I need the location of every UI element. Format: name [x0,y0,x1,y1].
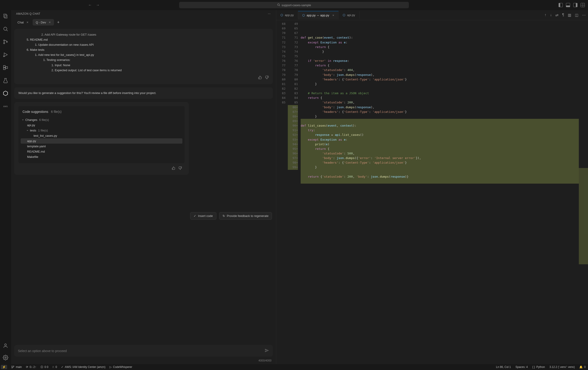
amazon-q-icon[interactable] [2,90,9,97]
panel-title: AMAZON Q CHAT [16,12,41,15]
refresh-icon: ↻ [222,214,225,218]
suggestion-file-makefile[interactable]: Makefile [21,154,182,160]
code-content[interactable]: def get_case(event, context): except Exc… [301,20,579,364]
editor-tab-diff[interactable]: ⬡ app.py ↔ app.py × [298,11,338,19]
chat-tab-strip: Chat × Q - Dev × + [11,17,276,27]
chat-tab-label: Chat [17,21,24,24]
python-file-icon: ⬡ [281,13,283,17]
plan-line: 1. Add new test for list_cases() in test… [35,53,94,56]
toggle-panel-icon[interactable] [566,3,570,7]
send-icon[interactable] [265,348,269,353]
close-icon[interactable]: × [332,13,334,17]
more-actions-icon[interactable]: ⋯ [582,13,586,17]
svg-point-8 [6,41,8,43]
minimap[interactable] [579,20,588,364]
svg-point-16 [5,344,6,346]
suggestion-file-readme[interactable]: README.md [21,149,182,154]
suggestion-file-app[interactable]: app.py [21,138,182,144]
svg-point-19 [12,368,12,368]
diff-swap-icon[interactable]: ⇄ [555,13,558,17]
svg-point-7 [4,43,5,44]
nav-back-icon[interactable]: ← [88,3,92,7]
remote-indicator[interactable]: ⚡ [1,365,7,369]
plan-line: 2. Expected output: List of test case it… [52,68,122,72]
customize-layout-icon[interactable] [581,3,585,7]
close-icon[interactable]: × [49,21,51,24]
gutter-modified: 49656771727374757677787980818283848586+8… [288,20,301,364]
command-center-text: support-cases-sample [282,3,311,7]
ports[interactable]: ⎍0 [52,365,57,369]
thumbs-up-icon[interactable] [258,76,262,81]
chat-input[interactable]: Select an option above to proceed [14,345,273,357]
split-editor-icon[interactable]: ◫ [575,13,578,17]
svg-point-10 [3,56,4,57]
regenerate-button[interactable]: ↻ Provide feedback to regenerate [219,212,272,220]
add-chat-tab-icon[interactable]: + [55,19,62,26]
plan-line: 1. Input: None [52,64,70,67]
gutter-original: 686970717273747576777879808182838485 [276,20,288,364]
thumbs-down-icon[interactable] [265,76,269,81]
activity-bar: aws [0,10,11,364]
explorer-icon[interactable] [2,13,9,19]
command-center[interactable]: support-cases-sample [179,2,409,8]
settings-gear-icon[interactable] [2,354,9,361]
python-file-icon: ⬡ [302,13,305,17]
diff-prev-icon[interactable]: ↑ [544,13,546,17]
suggestion-file-template[interactable]: template.yaml [21,144,182,149]
svg-point-6 [4,40,5,41]
suggestion-file-api[interactable]: api.py [21,122,182,128]
svg-point-20 [13,366,14,367]
suggestion-file-test[interactable]: test_list_cases.py [21,133,182,138]
chat-tab-qdev[interactable]: Q - Dev × [33,19,54,25]
thumbs-up-icon[interactable] [172,166,175,171]
extensions-icon[interactable] [2,64,9,71]
diff-editor[interactable]: 686970717273747576777879808182838485 496… [276,20,588,364]
toggle-primary-sidebar-icon[interactable] [559,3,563,7]
testing-icon[interactable] [2,77,9,84]
diff-next-icon[interactable]: ↓ [550,13,552,17]
toggle-secondary-sidebar-icon[interactable] [573,3,578,7]
svg-point-17 [5,357,6,358]
search-icon[interactable] [2,26,9,32]
run-debug-icon[interactable] [2,52,9,58]
accounts-icon[interactable] [2,342,9,349]
git-sync[interactable]: ⟳0↓ 2↑ [26,365,36,369]
panel-more-icon[interactable]: ⋯ [268,12,271,15]
mouse-cursor-icon [321,236,326,241]
titlebar: ← → support-cases-sample [0,0,588,10]
insert-code-button[interactable]: ✓ Insert code [190,212,216,220]
git-branch[interactable]: main [11,365,22,369]
editor-tab-app[interactable]: ⬡ app.py [276,11,298,19]
source-control-icon[interactable] [2,39,9,45]
thumbs-down-icon[interactable] [178,166,182,171]
notifications[interactable]: 🔔 0 [579,365,586,369]
diff-whitespace-icon[interactable]: ¶ [562,13,564,17]
aws-toolkit-icon[interactable]: aws [2,103,9,109]
editor-tab-api[interactable]: ⬡ api.py [338,11,359,19]
tests-folder[interactable]: › tests 1 file(s) [21,128,182,133]
chat-input-placeholder: Select an option above to proceed [18,349,67,353]
svg-rect-2 [4,14,6,17]
indentation[interactable]: Spaces: 4 [515,365,528,369]
cursor-position[interactable]: Ln 86, Col 1 [496,365,511,369]
plan-line: 1. Update documentation on new /cases AP… [35,43,94,46]
chat-tab-chat[interactable]: Chat × [14,19,32,25]
codewhisperer[interactable]: ▷CodeWhisperer [110,365,132,369]
plan-line: 1. Testing scenarios: [43,58,70,62]
aws-profile[interactable]: ✓AWS: IAM Identity Center (amzn) [61,365,105,369]
regenerate-label: Provide feedback to regenerate [227,214,269,218]
problems[interactable]: ⓧ0 0 [41,365,48,369]
language-mode[interactable]: { } Python [532,365,545,369]
svg-point-4 [4,27,7,30]
svg-line-1 [279,5,280,6]
editor-group: ⬡ app.py ⬡ app.py ↔ app.py × ⬡ api.py ↑ … [276,10,588,364]
changes-folder[interactable]: › Changes 6 file(s) [21,117,182,122]
close-icon[interactable]: × [26,21,28,24]
statusbar: ⚡ main ⟳0↓ 2↑ ⓧ0 0 ⎍0 ✓AWS: IAM Identity… [0,364,588,370]
diff-inline-icon[interactable]: ▥ [568,13,571,17]
python-interpreter[interactable]: 3.12.2 ('.venv': venv) [549,365,575,369]
prompt-text: Would you like to generate a suggestion … [18,91,156,95]
char-count: 4000/4000 [11,358,276,364]
svg-point-0 [277,4,279,6]
nav-forward-icon[interactable]: → [96,3,100,7]
